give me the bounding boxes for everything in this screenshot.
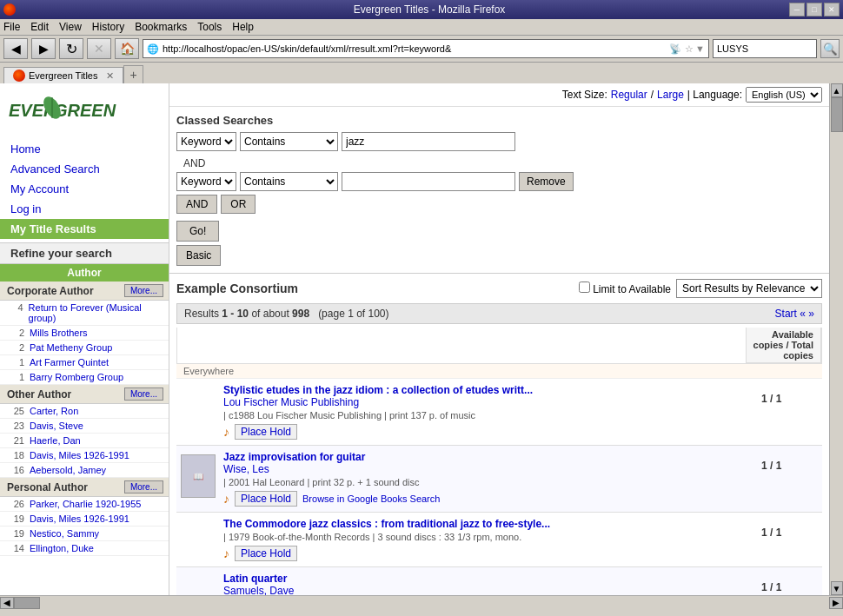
result-author-1[interactable]: Lou Fischer Music Publishing [223,396,758,408]
sidebar-item-my-account[interactable]: My Account [0,179,169,199]
corporate-author-more-button[interactable]: More... [124,284,163,297]
place-hold-button-3[interactable]: Place Hold [235,546,297,561]
go-button[interactable]: Go! [176,221,219,242]
scroll-thumb[interactable] [831,97,843,132]
search-go-button[interactable]: 🔍 [820,39,840,58]
text-size-regular[interactable]: Regular [611,89,647,101]
remove-row-button[interactable]: Remove [519,172,574,191]
and-button[interactable]: AND [176,195,217,214]
scrollbar[interactable]: ▲ ▼ [829,83,843,595]
result-title-3[interactable]: The Commodore jazz classics : from tradi… [223,518,758,530]
result-item: Stylistic etudes in the jazz idiom : a c… [176,379,822,446]
browse-google-link-2[interactable]: Browse in Google Books Search [302,493,440,504]
prev-link[interactable]: « [800,308,808,320]
menu-bookmarks[interactable]: Bookmarks [135,21,187,33]
maximize-button[interactable]: □ [806,3,822,17]
place-hold-button-1[interactable]: Place Hold [235,424,297,440]
tab-close-icon[interactable]: ✕ [106,70,114,82]
book-thumbnail-2: 📖 [181,454,216,498]
menu-edit[interactable]: Edit [30,21,49,33]
new-tab-button[interactable]: + [123,65,143,83]
h-scroll-thumb[interactable] [14,597,40,609]
corporate-author-link[interactable]: Mills Brothers [30,328,88,338]
other-author-more-button[interactable]: More... [124,387,163,401]
other-author-link[interactable]: Davis, Miles 1926-1991 [30,450,129,460]
personal-author-link[interactable]: Parker, Charlie 1920-1955 [30,499,141,509]
search-field-2-select[interactable]: Keyword Title Author Subject Series [176,172,236,191]
corporate-author-link[interactable]: Return to Forever (Musical group) [29,302,162,323]
sort-select[interactable]: Sort Results by Relevance Sort by Title … [676,279,822,298]
corporate-author-list: 4 Return to Forever (Musical group) 2 Mi… [0,301,169,385]
sidebar-item-advanced-search[interactable]: Advanced Search [0,159,169,179]
forward-button[interactable]: ▶ [31,38,56,59]
personal-author-link[interactable]: Nestico, Sammy [30,528,99,539]
home-button[interactable]: 🏠 [115,38,139,59]
result-actions-2: ♪ Place Hold Browse in Google Books Sear… [223,491,758,507]
search-condition-2-select[interactable]: Contains Does not contain Matches [240,172,338,191]
search-value-1-input[interactable] [342,132,515,151]
list-item: 16 Aebersold, Jamey [0,463,169,478]
start-link[interactable]: Start [775,308,797,320]
results-count-row: Results 1 - 10 of about 998 (page 1 of 1… [176,303,822,324]
other-author-link[interactable]: Carter, Ron [30,406,78,416]
minimize-button[interactable]: ─ [789,3,805,17]
corporate-author-link[interactable]: Art Farmer Quintet [30,357,109,368]
refine-header: Refine your search [0,242,169,264]
scroll-right-button[interactable]: ▶ [829,597,843,609]
language-select[interactable]: English (US) [746,87,822,103]
search-text: LUSYS [717,43,813,54]
active-tab[interactable]: Evergreen Titles ✕ [3,67,123,83]
horizontal-scrollbar: ◀ ▶ [0,595,843,609]
or-button[interactable]: OR [221,195,256,214]
list-item: 2 Pat Metheny Group [0,341,169,355]
corporate-author-link[interactable]: Pat Metheny Group [30,342,112,353]
next-link[interactable]: » [808,308,814,320]
reload-button[interactable]: ↻ [59,38,83,59]
personal-author-link[interactable]: Davis, Miles 1926-1991 [30,513,129,524]
no-thumb [181,521,216,530]
sidebar-item-log-in[interactable]: Log in [0,199,169,219]
search-field-1-select[interactable]: Keyword Title Author Subject Series [176,132,236,151]
content-area: Text Size: Regular / Large | Language: E… [169,83,829,595]
scroll-down-button[interactable]: ▼ [831,581,843,595]
result-title-4[interactable]: Latin quarter [223,573,758,585]
text-size-large[interactable]: Large [657,89,684,101]
result-actions-3: ♪ Place Hold [223,546,758,561]
search-condition-1-select[interactable]: Contains Does not contain Matches [240,132,338,151]
place-hold-button-2[interactable]: Place Hold [235,491,297,507]
personal-author-link[interactable]: Ellington, Duke [30,543,94,553]
menu-view[interactable]: View [59,21,82,33]
no-thumb [181,387,216,396]
back-button[interactable]: ◀ [3,38,28,59]
basic-button[interactable]: Basic [176,245,221,266]
search-field[interactable]: LUSYS [713,39,817,58]
other-author-link[interactable]: Aebersold, Jamey [30,465,106,475]
menu-history[interactable]: History [92,21,124,33]
sidebar-item-home[interactable]: Home [0,139,169,159]
result-title-1[interactable]: Stylistic etudes in the jazz idiom : a c… [223,384,758,396]
corporate-author-link[interactable]: Barry Romberg Group [30,372,123,382]
main-container: EVER GREEN Home Advanced Search My Accou… [0,83,843,595]
menu-tools[interactable]: Tools [197,21,222,33]
stop-button[interactable]: ✕ [87,38,111,59]
and-or-buttons: AND OR [176,195,822,214]
scroll-up-button[interactable]: ▲ [831,83,843,97]
other-author-link[interactable]: Haerle, Dan [30,435,81,446]
result-title-2[interactable]: Jazz improvisation for guitar [223,451,758,463]
tabs-bar: Evergreen Titles ✕ + [0,63,843,83]
result-author-2[interactable]: Wise, Les [223,463,758,475]
personal-author-more-button[interactable]: More... [124,480,163,493]
sidebar-item-my-title-results[interactable]: My Title Results [0,219,169,239]
limit-checkbox[interactable] [579,282,590,293]
search-value-2-input[interactable] [342,172,515,191]
result-author-4[interactable]: Samuels, Dave [223,585,758,595]
address-bar[interactable]: 🌐 http://localhost/opac/en-US/skin/defau… [143,39,709,58]
author-tab[interactable]: Author [0,264,169,282]
no-thumb [181,576,216,585]
menu-file[interactable]: File [3,21,20,33]
scroll-left-button[interactable]: ◀ [0,597,14,609]
menu-help[interactable]: Help [232,21,254,33]
list-item: 4 Return to Forever (Musical group) [0,301,169,326]
close-button[interactable]: ✕ [824,3,840,17]
other-author-link[interactable]: Davis, Steve [30,421,83,431]
